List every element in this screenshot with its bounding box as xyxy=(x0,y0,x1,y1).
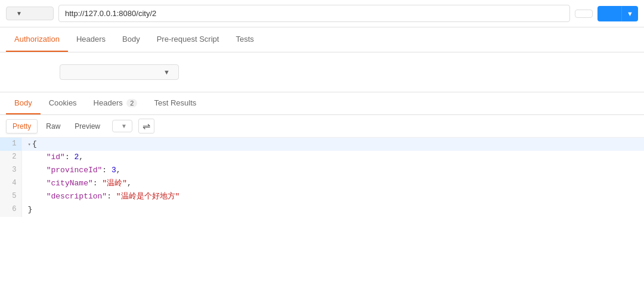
auth-select-chevron-icon: ▼ xyxy=(163,69,170,76)
line-content: "description": "温岭是个好地方" xyxy=(21,190,644,203)
json-brace: } xyxy=(28,205,33,214)
line-content: ▾{ xyxy=(21,138,644,151)
line-number: 5 xyxy=(0,190,21,203)
table-row: 5 "description": "温岭是个好地方" xyxy=(0,190,644,203)
send-button[interactable] xyxy=(597,6,621,21)
json-brace: : xyxy=(65,153,75,162)
send-group: ▼ xyxy=(597,6,638,21)
json-value-string: "温岭是个好地方" xyxy=(116,192,180,201)
fmt-tab-raw[interactable]: Raw xyxy=(40,120,66,133)
tab-authorization[interactable]: Authorization xyxy=(6,27,68,52)
auth-type-select[interactable]: ▼ xyxy=(60,64,179,80)
auth-section: ▼ xyxy=(0,52,644,92)
table-row: 4 "cityName": "温岭", xyxy=(0,177,644,190)
json-brace: , xyxy=(127,179,132,188)
format-type-select[interactable]: ▼ xyxy=(112,120,132,132)
line-number: 4 xyxy=(0,177,21,190)
format-bar: Pretty Raw Preview ▼ ⇌ xyxy=(0,115,644,138)
code-view: 1▾{2 "id": 2,3 "provinceId": 3,4 "cityNa… xyxy=(0,138,644,217)
tab-pre-request-script[interactable]: Pre-request Script xyxy=(148,27,228,52)
top-bar: ▼ ▼ xyxy=(0,0,644,27)
table-row: 6} xyxy=(0,203,644,216)
line-number: 6 xyxy=(0,203,21,216)
code-table: 1▾{2 "id": 2,3 "provinceId": 3,4 "cityNa… xyxy=(0,138,644,217)
json-key: "description" xyxy=(47,192,107,201)
json-brace: , xyxy=(116,166,121,175)
resp-tab-body[interactable]: Body xyxy=(6,92,41,114)
tab-tests[interactable]: Tests xyxy=(227,27,262,52)
json-brace xyxy=(28,166,47,175)
fmt-tab-preview[interactable]: Preview xyxy=(69,120,106,133)
json-key: "id" xyxy=(47,153,65,162)
json-key: "provinceId" xyxy=(47,166,103,175)
line-content: "cityName": "温岭", xyxy=(21,177,644,190)
tab-body[interactable]: Body xyxy=(114,27,148,52)
response-tabs: Body Cookies Headers 2 Test Results xyxy=(0,92,644,115)
params-button[interactable] xyxy=(575,10,593,18)
line-number: 3 xyxy=(0,164,21,177)
json-value-string: "温岭" xyxy=(102,179,127,188)
method-chevron-icon: ▼ xyxy=(16,10,22,17)
request-tabs: Authorization Headers Body Pre-request S… xyxy=(0,27,644,52)
json-key: "cityName" xyxy=(47,179,93,188)
resp-tab-test-results[interactable]: Test Results xyxy=(145,92,205,114)
tab-headers[interactable]: Headers xyxy=(68,27,114,52)
json-brace: , xyxy=(79,153,83,162)
line-content: "id": 2, xyxy=(21,151,644,164)
auth-row: ▼ xyxy=(12,64,632,80)
line-number: 2 xyxy=(0,151,21,164)
resp-tab-headers[interactable]: Headers 2 xyxy=(85,92,146,114)
json-value-number: 3 xyxy=(112,166,116,175)
url-input[interactable] xyxy=(58,5,570,22)
json-brace: : xyxy=(107,192,116,201)
table-row: 3 "provinceId": 3, xyxy=(0,164,644,177)
headers-badge: 2 xyxy=(126,99,137,107)
line-number: 1 xyxy=(0,138,21,151)
json-brace: : xyxy=(93,179,103,188)
line-content: } xyxy=(21,203,644,216)
format-type-chevron-icon: ▼ xyxy=(121,123,127,129)
json-brace xyxy=(28,192,47,201)
resp-tab-cookies[interactable]: Cookies xyxy=(41,92,85,114)
fmt-tab-pretty[interactable]: Pretty xyxy=(6,119,38,134)
line-content: "provinceId": 3, xyxy=(21,164,644,177)
json-brace: { xyxy=(32,139,37,148)
json-brace: : xyxy=(102,166,112,175)
send-dropdown-button[interactable]: ▼ xyxy=(621,6,638,21)
wrap-icon[interactable]: ⇌ xyxy=(138,119,154,134)
method-select[interactable]: ▼ xyxy=(6,7,54,20)
json-brace xyxy=(28,153,47,162)
table-row: 2 "id": 2, xyxy=(0,151,644,164)
table-row: 1▾{ xyxy=(0,138,644,151)
fold-icon[interactable]: ▾ xyxy=(28,142,31,148)
json-brace xyxy=(28,179,47,188)
